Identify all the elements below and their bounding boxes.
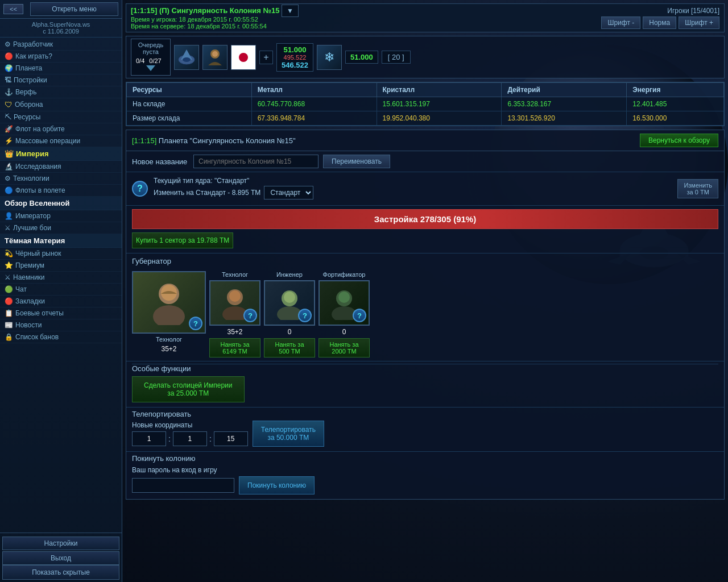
return-button[interactable]: Вернуться к обзору	[640, 134, 718, 147]
fleet-icon-1	[174, 45, 199, 70]
sidebar-item-resources[interactable]: ⛏ Ресурсы	[0, 111, 122, 123]
chat-link[interactable]: Чат	[15, 285, 27, 293]
rename-button[interactable]: Переименовать	[323, 155, 390, 168]
sidebar-item-universe[interactable]: Обзор Вселенной	[0, 197, 122, 210]
mercenaries-link[interactable]: Наемники	[13, 273, 45, 281]
server-dropdown[interactable]: ▼	[282, 5, 299, 17]
sidebar-item-buildings[interactable]: 🏗 Постройки	[0, 74, 122, 86]
resources-table-container: Ресурсы Металл Кристалл Дейтерий Энергия…	[126, 82, 725, 126]
hire-button-2[interactable]: Нанять за 500 ТМ	[264, 338, 315, 357]
capital-button[interactable]: Сделать столицей Империи за 25.000 ТМ	[132, 376, 245, 402]
black-market-link[interactable]: Чёрный рынок	[15, 250, 61, 257]
governor-card-4-question[interactable]: ?	[353, 309, 366, 322]
sidebar-item-dark-matter[interactable]: Тёмная Материя	[0, 234, 122, 248]
snowflake-decoration: ❄	[324, 50, 334, 65]
svg-point-11	[212, 51, 218, 57]
governor-card-3-question[interactable]: ?	[298, 309, 312, 322]
best-battles-link[interactable]: Лучшие бои	[13, 224, 51, 232]
sidebar-item-research[interactable]: 🔬 Исследования	[0, 161, 122, 173]
server-id: [1:1:15]	[131, 6, 157, 15]
rename-label: Новое название	[132, 157, 189, 166]
how-to-play-link[interactable]: Как играть?	[15, 52, 52, 60]
show-hidden-button[interactable]: Показать скрытые	[2, 565, 119, 580]
sidebar-item-mercenaries[interactable]: ⚔ Наемники	[0, 272, 122, 284]
governor-card-2-label: Технолог	[222, 271, 248, 278]
dark-matter-link[interactable]: Тёмная Материя	[5, 236, 65, 245]
sidebar-item-technologies[interactable]: ⚙ Технологии	[0, 173, 122, 185]
sidebar-item-mass-ops[interactable]: ⚡ Массовые операции	[0, 135, 122, 147]
buildings-link[interactable]: Постройки	[14, 76, 47, 84]
governor-main-portrait: ?	[132, 271, 206, 334]
coord-1-input[interactable]	[132, 431, 166, 446]
research-link[interactable]: Исследования	[15, 163, 61, 171]
sidebar-item-developer[interactable]: ⚙ Разработчик	[0, 39, 122, 51]
metal-resource-box: 51.000 495.522 546.522	[276, 43, 313, 72]
universe-link[interactable]: Обзор Вселенной	[5, 199, 69, 207]
mass-ops-link[interactable]: Массовые операции	[15, 137, 80, 145]
planet-link[interactable]: Планета	[15, 64, 42, 72]
font-normal-button[interactable]: Норма	[643, 16, 676, 29]
core-change-button[interactable]: Изменить за 0 ТМ	[677, 179, 718, 198]
svg-marker-6	[146, 65, 155, 71]
teleport-btn-line2: за 50.000 ТМ	[267, 434, 309, 442]
font-plus-button[interactable]: Шрифт +	[679, 16, 719, 29]
developer-link[interactable]: Разработчик	[13, 40, 53, 48]
add-icon[interactable]: +	[259, 51, 273, 64]
sidebar-item-empire[interactable]: 👑 Империя	[0, 147, 122, 161]
fleet-orbit-link[interactable]: Флот на орбите	[15, 125, 65, 133]
capital-btn-line1: Сделать столицей Империи	[144, 381, 233, 389]
settings-button[interactable]: Настройки	[2, 537, 119, 550]
governor-card-2-level: 35+2	[227, 328, 242, 336]
empire-link[interactable]: Империя	[16, 149, 49, 158]
governor-card-3-label: Инженер	[276, 271, 303, 278]
core-help-button[interactable]: ?	[132, 181, 148, 197]
sidebar-item-how-to-play[interactable]: 🔴 Как играть?	[0, 51, 122, 63]
defense-link[interactable]: Оборона	[15, 101, 43, 109]
exit-button[interactable]: Выход	[2, 551, 119, 565]
governor-main-question[interactable]: ?	[189, 317, 202, 330]
fleets-flight-link[interactable]: Флоты в полете	[15, 186, 65, 194]
resources-link[interactable]: Ресурсы	[14, 113, 40, 121]
sidebar-item-ban-list[interactable]: 🔒 Список банов	[0, 331, 122, 343]
news-link[interactable]: Новости	[15, 321, 42, 329]
sidebar-item-battle-reports[interactable]: 📋 Боевые отчеты	[0, 307, 122, 319]
premium-link[interactable]: Премиум	[15, 261, 44, 269]
sidebar-item-black-market[interactable]: 💫 Чёрный рынок	[0, 248, 122, 260]
sidebar-item-premium[interactable]: ⭐ Премиум	[0, 260, 122, 272]
shipyard-link[interactable]: Верфь	[15, 88, 36, 96]
font-minus-button[interactable]: Шрифт -	[601, 16, 640, 29]
sidebar-item-fleets-flight[interactable]: 🔵 Флоты в полете	[0, 185, 122, 197]
password-input[interactable]	[132, 478, 234, 493]
ban-list-link[interactable]: Список банов	[15, 333, 59, 341]
core-row: ? Текущий тип ядра: "Стандарт" Изменить …	[126, 172, 724, 206]
leave-button[interactable]: Покинуть колонию	[239, 476, 315, 494]
coord-3-input[interactable]	[214, 431, 248, 446]
back-button[interactable]: <<	[3, 4, 23, 14]
emperor-link[interactable]: Император	[15, 212, 51, 220]
sidebar-item-defense[interactable]: 🛡 Оборона	[0, 98, 122, 111]
sidebar-item-best-battles[interactable]: ⚔ Лучшие бои	[0, 222, 122, 234]
maxsize-label: Размер склада	[127, 111, 252, 126]
open-menu-button[interactable]: Откреть меню	[30, 2, 118, 16]
sidebar-item-chat[interactable]: 🟢 Чат	[0, 284, 122, 296]
teleport-button[interactable]: Телепортировать за 50.000 ТМ	[253, 421, 324, 447]
buy-sector-button[interactable]: Купить 1 сектор за 19.788 ТМ	[132, 232, 233, 248]
server-name: Сингулярность Колония №15	[172, 6, 280, 15]
sidebar-item-bookmarks[interactable]: 🔴 Закладки	[0, 296, 122, 307]
technologies-link[interactable]: Технологии	[13, 174, 49, 182]
sidebar-item-news[interactable]: 📰 Новости	[0, 319, 122, 331]
coord-2-input[interactable]	[173, 431, 207, 446]
sidebar-item-emperor[interactable]: 👤 Император	[0, 210, 122, 222]
sidebar-item-shipyard[interactable]: ⚓ Верфь	[0, 86, 122, 98]
governor-main-type-label: Технолог	[156, 336, 182, 343]
sidebar-item-fleet-orbit[interactable]: 🚀 Флот на орбите	[0, 123, 122, 135]
hire-button-3[interactable]: Нанять за 2000 ТМ	[318, 338, 370, 357]
bookmarks-link[interactable]: Закладки	[15, 297, 45, 305]
sidebar-item-planet[interactable]: 🌍 Планета	[0, 63, 122, 74]
hire-button-1[interactable]: Нанять за 6149 ТМ	[209, 338, 260, 357]
core-select-row: Изменить на Стандарт - 8.895 ТМ Стандарт	[154, 186, 672, 199]
core-type-select[interactable]: Стандарт	[264, 186, 313, 199]
battle-reports-link[interactable]: Боевые отчеты	[15, 309, 64, 317]
governor-card-2-question[interactable]: ?	[243, 309, 257, 322]
rename-input[interactable]	[193, 155, 318, 168]
